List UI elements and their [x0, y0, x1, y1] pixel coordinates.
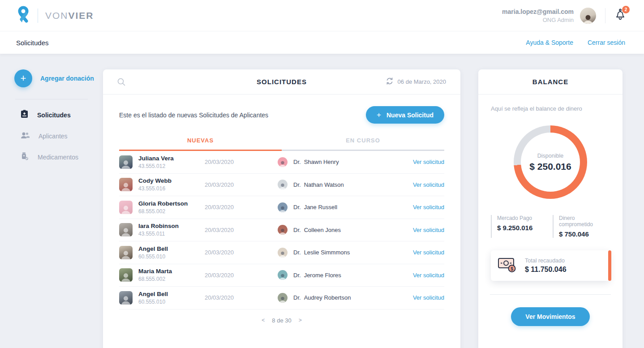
balance-subtitle: Aquí se refleja el balance de dinero: [491, 105, 610, 112]
doctor-name: Dr.Audrey Robertson: [293, 294, 351, 301]
tab-en-curso[interactable]: EN CURSO: [282, 137, 444, 151]
stat-dinero-comprometido: Dinero comprometido $ 750.046: [553, 215, 610, 238]
doctor-avatar: [278, 225, 288, 235]
user-info: maria.lopez@gmail.com ONG Admin: [502, 8, 574, 23]
sidebar-item-label: Solicitudes: [37, 112, 71, 119]
svg-text:$: $: [511, 266, 513, 271]
doctor-avatar: [278, 270, 288, 280]
brand-divider: [38, 9, 38, 23]
balance-donut-chart: Disponible $ 250.016: [514, 125, 587, 199]
total-label: Total recaudado: [525, 258, 567, 264]
request-row: Juliana Vera 43.555.012 20/03/2020 Dr.Sh…: [119, 151, 444, 174]
applicant-name: Juliana Vera: [138, 155, 205, 162]
applicant-avatar: [119, 291, 133, 305]
vonvier-ribbon-logo-icon: [16, 6, 30, 26]
balance-panel-header: BALANCE: [478, 69, 623, 95]
requests-list: Juliana Vera 43.555.012 20/03/2020 Dr.Sh…: [119, 151, 444, 309]
top-header: VONVIER maria.lopez@gmail.com ONG Admin …: [0, 0, 644, 31]
applicant-name: Angel Bell: [138, 291, 205, 297]
requests-tabs: NUEVAS EN CURSO: [119, 137, 444, 151]
user-email: maria.lopez@gmail.com: [502, 8, 574, 15]
medicine-icon: [21, 152, 29, 162]
request-row: Cody Webb 43.555.016 20/03/2020 Dr.Natha…: [119, 174, 444, 197]
applicant-avatar: [119, 268, 133, 282]
page-indicator: 8 de 30: [272, 317, 291, 324]
doctor-avatar: [278, 157, 288, 167]
applicant-name: Gloria Robertson: [138, 200, 205, 207]
prev-page-button[interactable]: <: [262, 317, 265, 323]
request-date: 20/03/2020: [205, 181, 278, 188]
applicant-name: Angel Bell: [138, 245, 205, 252]
view-request-link[interactable]: Ver solicitud: [413, 249, 444, 256]
applicant-name: Maria Marta: [138, 268, 205, 275]
sidebar-item-label: Aplicantes: [39, 133, 68, 140]
request-row: Iara Robinson 43.555.011 20/03/2020 Dr.C…: [119, 219, 444, 242]
balance-panel: BALANCE Aquí se refleja el balance de di…: [478, 69, 623, 348]
sidebar-item-medicamentos[interactable]: Medicamentos: [0, 146, 103, 168]
request-row: Maria Marta 68.555.002 20/03/2020 Dr.Jer…: [119, 264, 444, 287]
stat-mercado-pago: Mercado Pago $ 9.250.016: [491, 215, 548, 238]
total-value: $ 11.750.046: [525, 266, 567, 274]
view-request-link[interactable]: Ver solicitud: [413, 294, 444, 301]
applicant-id: 43.555.011: [138, 231, 205, 237]
total-raised-card: $ Total recaudado $ 11.750.046: [491, 250, 610, 281]
sidebar-item-aplicantes[interactable]: Aplicantes: [0, 126, 103, 146]
applicant-avatar: [119, 223, 133, 236]
applicant-id: 43.555.016: [138, 185, 205, 192]
intro-text: Este es el listado de nuevas Solicitudes…: [119, 112, 268, 119]
applicant-avatar: [119, 246, 133, 259]
plus-icon: +: [14, 69, 32, 87]
next-page-button[interactable]: >: [299, 317, 302, 323]
view-request-link[interactable]: Ver solicitud: [413, 272, 444, 279]
user-role: ONG Admin: [502, 17, 574, 23]
view-request-link[interactable]: Ver solicitud: [413, 159, 444, 165]
search-icon[interactable]: [117, 78, 125, 86]
doctor-name: Dr.Shawn Henry: [293, 159, 339, 165]
sidebar: + Agregar donación Solicitudes Aplicante…: [0, 54, 103, 348]
request-row: Gloria Robertson 68.555.002 20/03/2020 D…: [119, 196, 444, 219]
current-date: 06 de Marzo, 2020: [398, 78, 446, 85]
add-donation-button[interactable]: + Agregar donación: [14, 69, 103, 87]
donut-value: $ 250.016: [529, 161, 571, 172]
doctor-avatar: [278, 202, 288, 212]
people-icon: [21, 132, 30, 141]
solicitudes-panel-header: SOLICITUDES 06 de Marzo, 2020: [103, 69, 460, 95]
logout-link[interactable]: Cerrar sesión: [588, 39, 625, 46]
sidebar-item-solicitudes[interactable]: Solicitudes: [0, 104, 103, 126]
help-support-link[interactable]: Ayuda & Soporte: [526, 39, 573, 46]
request-row: Angel Bell 60.555.010 20/03/2020 Dr.Lesl…: [119, 241, 444, 264]
doctor-name: Dr.Jane Russell: [293, 204, 337, 211]
new-request-button[interactable]: + Nueva Solicitud: [366, 106, 444, 124]
doctor-avatar: [278, 180, 288, 189]
applicant-id: 60.555.010: [138, 253, 205, 260]
applicant-id: 68.555.002: [138, 276, 205, 282]
doctor-name: Dr.Jerome Flores: [293, 272, 341, 279]
doctor-avatar: [278, 293, 288, 303]
applicant-id: 68.555.002: [138, 208, 205, 215]
applicant-avatar: [119, 201, 133, 214]
sub-header: Solicitudes Ayuda & Soporte Cerrar sesió…: [0, 31, 644, 54]
view-movements-button[interactable]: Ver Movimientos: [511, 307, 589, 326]
refresh-icon[interactable]: [386, 77, 393, 86]
sidebar-item-label: Medicamentos: [38, 154, 78, 161]
plus-icon: +: [377, 111, 381, 120]
notifications-bell-icon[interactable]: 2: [614, 9, 626, 23]
request-date: 20/03/2020: [205, 249, 278, 256]
applicant-id: 43.555.012: [138, 163, 205, 169]
add-donation-label: Agregar donación: [40, 75, 94, 82]
view-request-link[interactable]: Ver solicitud: [413, 227, 444, 233]
view-request-link[interactable]: Ver solicitud: [413, 181, 444, 188]
breadcrumb: Solicitudes: [16, 39, 49, 47]
solicitudes-panel: SOLICITUDES 06 de Marzo, 2020 Este es el…: [103, 69, 460, 348]
doctor-name: Dr.Colleen Jones: [293, 227, 341, 233]
brand-name: VONVIER: [45, 10, 94, 21]
tab-nuevas[interactable]: NUEVAS: [119, 137, 282, 151]
user-avatar[interactable]: [580, 8, 596, 24]
request-date: 20/03/2020: [205, 159, 278, 165]
view-request-link[interactable]: Ver solicitud: [413, 204, 444, 211]
balance-divider: [490, 294, 611, 295]
clipboard-icon: [21, 110, 28, 120]
applicant-avatar: [119, 178, 133, 191]
donut-label: Disponible: [537, 153, 563, 159]
doctor-name: Dr.Leslie Simmmons: [293, 249, 350, 256]
